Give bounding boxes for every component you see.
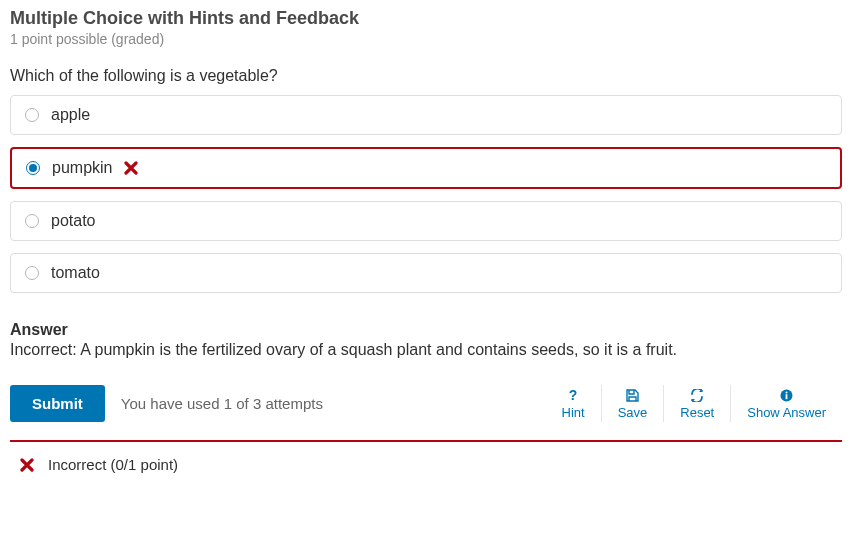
question-prompt: Which of the following is a vegetable? [10, 67, 842, 85]
submit-button[interactable]: Submit [10, 385, 105, 422]
choice-tomato[interactable]: tomato [10, 253, 842, 293]
problem-title: Multiple Choice with Hints and Feedback [10, 8, 842, 29]
reset-label: Reset [680, 405, 714, 420]
hint-label: Hint [562, 405, 585, 420]
choice-label: potato [51, 212, 95, 230]
svg-text:?: ? [569, 388, 578, 402]
choice-pumpkin[interactable]: pumpkin [10, 147, 842, 189]
radio-icon [25, 266, 39, 280]
attempts-text: You have used 1 of 3 attempts [121, 395, 323, 412]
choice-potato[interactable]: potato [10, 201, 842, 241]
choice-label: pumpkin [52, 159, 112, 177]
choice-label: apple [51, 106, 90, 124]
svg-point-2 [786, 391, 788, 393]
reset-button[interactable]: Reset [663, 385, 730, 422]
show-answer-label: Show Answer [747, 405, 826, 420]
radio-icon [26, 161, 40, 175]
svg-rect-3 [786, 394, 788, 399]
save-icon [626, 387, 639, 403]
result-row: Incorrect (0/1 point) [10, 442, 842, 479]
answer-label: Answer [10, 321, 842, 339]
radio-icon [25, 108, 39, 122]
result-text: Incorrect (0/1 point) [48, 456, 178, 473]
action-row: Submit You have used 1 of 3 attempts ? H… [10, 385, 842, 422]
problem-subtitle: 1 point possible (graded) [10, 31, 842, 47]
save-button[interactable]: Save [601, 385, 664, 422]
answer-feedback: Incorrect: A pumpkin is the fertilized o… [10, 341, 842, 359]
refresh-icon [690, 387, 704, 403]
incorrect-x-icon [124, 161, 138, 175]
save-label: Save [618, 405, 648, 420]
show-answer-button[interactable]: Show Answer [730, 385, 842, 422]
question-icon: ? [567, 387, 579, 403]
hint-button[interactable]: ? Hint [546, 385, 601, 422]
radio-icon [25, 214, 39, 228]
choice-label: tomato [51, 264, 100, 282]
choice-apple[interactable]: apple [10, 95, 842, 135]
info-icon [780, 387, 793, 403]
incorrect-x-icon [20, 458, 34, 472]
